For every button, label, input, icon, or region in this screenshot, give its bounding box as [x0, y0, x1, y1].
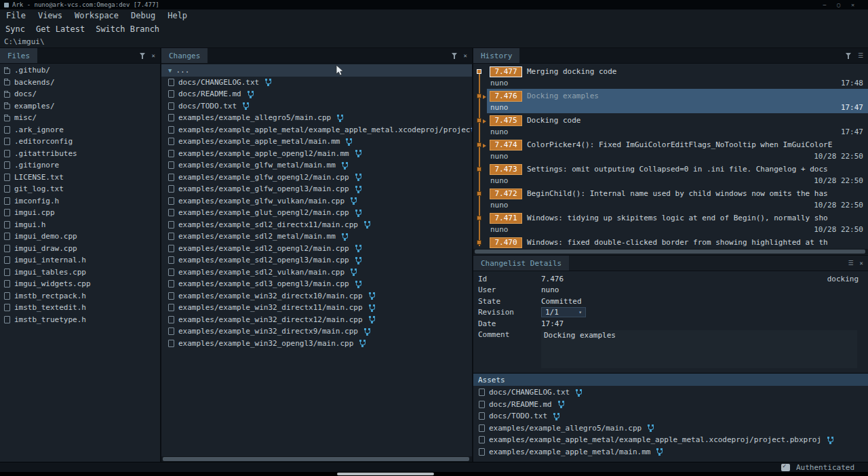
- menu-item[interactable]: Debug: [125, 11, 161, 20]
- changed-file-row[interactable]: examples/example_sdl2_metal/main.mm: [161, 231, 472, 243]
- comment-box[interactable]: Docking examples: [541, 330, 857, 368]
- menu-item[interactable]: Workspace: [68, 11, 125, 20]
- changed-file-path: examples/example_win32_opengl3/main.cpp: [178, 339, 353, 348]
- toolbar-button[interactable]: Get Latest: [31, 24, 90, 34]
- filter-icon[interactable]: [452, 52, 458, 59]
- file-tree-item[interactable]: backends/: [0, 77, 160, 89]
- changed-file-row[interactable]: examples/example_win32_directx12/main.cp…: [161, 314, 472, 326]
- changeset-badge: 7.472: [490, 189, 522, 199]
- changed-file-row[interactable]: examples/example_apple_metal/main.mm: [161, 136, 472, 148]
- menu-item[interactable]: File: [0, 11, 32, 20]
- menu-icon[interactable]: ☰: [858, 52, 863, 59]
- history-entry[interactable]: 7.472 BeginChild(): Internal name used b…: [473, 186, 868, 211]
- file-tree-item[interactable]: misc/: [0, 112, 160, 124]
- file-tree-item[interactable]: imgui_internal.h: [0, 254, 160, 266]
- file-tree-item[interactable]: .github/: [0, 64, 160, 77]
- modified-icon: [369, 292, 375, 300]
- asset-row[interactable]: docs/TODO.txt: [473, 410, 868, 422]
- changed-file-row[interactable]: examples/example_win32_directx10/main.cp…: [161, 290, 472, 302]
- history-entry[interactable]: 7.470 Windows: fixed double-clicked bord…: [473, 235, 868, 249]
- file-tree-item[interactable]: git_log.txt: [0, 183, 160, 195]
- filter-icon[interactable]: [846, 52, 852, 59]
- files-panel-tab[interactable]: Files: [0, 48, 37, 63]
- changed-file-row[interactable]: examples/example_sdl2_opengl2/main.cpp: [161, 243, 472, 255]
- file-tree-item[interactable]: examples/: [0, 100, 160, 113]
- asset-row[interactable]: docs/README.md: [473, 399, 868, 411]
- details-panel-tab[interactable]: Changelist Details: [473, 256, 569, 271]
- changed-file-row[interactable]: examples/example_apple_opengl2/main.mm: [161, 148, 472, 160]
- changed-file-row[interactable]: examples/example_glfw_metal/main.mm: [161, 159, 472, 172]
- changed-file-row[interactable]: docs/README.md: [161, 88, 472, 100]
- file-tree-item[interactable]: imgui_tables.cpp: [0, 266, 160, 279]
- changeset-comment: Settings: omit outputing Collapsed=0 in …: [527, 165, 868, 174]
- asset-row[interactable]: examples/example_apple_metal/example_app…: [473, 434, 868, 446]
- file-tree-item[interactable]: .gitattributes: [0, 148, 160, 160]
- filter-icon[interactable]: [140, 52, 146, 59]
- asset-row[interactable]: examples/example_allegro5/main.cpp: [473, 422, 868, 435]
- scrollbar-thumb[interactable]: [163, 457, 469, 461]
- file-tree-item[interactable]: imgui_demo.cpp: [0, 231, 160, 243]
- toolbar-button[interactable]: Sync: [0, 24, 31, 34]
- file-icon: [168, 328, 174, 335]
- file-tree-item[interactable]: imgui.cpp: [0, 207, 160, 219]
- changed-file-row[interactable]: docs/TODO.txt: [161, 100, 472, 113]
- file-tree-item[interactable]: imgui.h: [0, 219, 160, 231]
- file-name: imgui.h: [14, 220, 45, 229]
- file-tree-item[interactable]: imgui_widgets.cpp: [0, 278, 160, 290]
- menu-item[interactable]: Views: [32, 11, 68, 20]
- changed-file-row[interactable]: examples/example_sdl2_opengl3/main.cpp: [161, 254, 472, 266]
- file-icon: [168, 269, 174, 276]
- history-entry[interactable]: 7.473 Settings: omit outputing Collapsed…: [473, 162, 868, 186]
- changed-file-row[interactable]: examples/example_win32_opengl3/main.cpp: [161, 338, 472, 350]
- asset-row[interactable]: examples/example_apple_metal/main.mm: [473, 446, 868, 458]
- file-tree-item[interactable]: .gitignore: [0, 159, 160, 172]
- history-entry[interactable]: 7.475 Docking code nuno 17:47: [473, 113, 868, 138]
- file-tree-item[interactable]: imstb_rectpack.h: [0, 290, 160, 302]
- horizontal-scrollbar[interactable]: [161, 456, 472, 462]
- toolbar-button[interactable]: Switch Branch: [90, 24, 165, 34]
- revision-dropdown[interactable]: 1/1 ▾: [541, 307, 586, 317]
- history-entry[interactable]: 7.477 Merging docking code nuno 17:48: [473, 64, 868, 89]
- changed-file-row[interactable]: examples/example_sdl2_vulkan/main.cpp: [161, 266, 472, 279]
- changes-root-row[interactable]: ▼ ...: [161, 64, 472, 77]
- minimize-button[interactable]: –: [823, 2, 827, 8]
- file-tree-item[interactable]: LICENSE.txt: [0, 172, 160, 184]
- history-panel-tab[interactable]: History: [473, 48, 519, 63]
- horizontal-scrollbar[interactable]: [473, 249, 868, 254]
- close-panel-icon[interactable]: ✕: [464, 52, 467, 59]
- file-tree-item[interactable]: imgui_draw.cpp: [0, 243, 160, 255]
- changed-file-row[interactable]: examples/example_win32_directx9/main.cpp: [161, 325, 472, 338]
- menu-icon[interactable]: ☰: [848, 260, 854, 266]
- asset-row[interactable]: docs/CHANGELOG.txt: [473, 386, 868, 399]
- changed-file-row[interactable]: examples/example_glut_opengl2/main.cpp: [161, 207, 472, 219]
- changed-file-row[interactable]: examples/example_sdl3_opengl3/main.cpp: [161, 278, 472, 290]
- scrollbar-thumb[interactable]: [475, 250, 865, 254]
- file-tree-item[interactable]: imconfig.h: [0, 195, 160, 207]
- changed-file-row[interactable]: examples/example_glfw_vulkan/main.cpp: [161, 195, 472, 207]
- close-panel-icon[interactable]: ✕: [152, 52, 155, 59]
- history-entry[interactable]: 7.474 ColorPicker4(): Fixed ImGuiColorEd…: [473, 138, 868, 162]
- file-tree-item[interactable]: imstb_textedit.h: [0, 302, 160, 314]
- changed-file-row[interactable]: examples/example_sdl2_directx11/main.cpp: [161, 219, 472, 231]
- collapse-arrow-icon[interactable]: ▼: [168, 67, 172, 74]
- assets-header[interactable]: Assets: [473, 374, 868, 386]
- file-icon: [4, 304, 10, 311]
- menu-item[interactable]: Help: [161, 11, 193, 20]
- maximize-button[interactable]: ▢: [837, 2, 840, 8]
- changed-file-row[interactable]: docs/CHANGELOG.txt: [161, 77, 472, 89]
- changed-file-row[interactable]: examples/example_win32_directx11/main.cp…: [161, 302, 472, 314]
- close-panel-icon[interactable]: ✕: [860, 260, 863, 266]
- changes-panel-tab[interactable]: Changes: [161, 48, 208, 63]
- history-entry[interactable]: 7.471 Windows: tidying up skipitems logi…: [473, 211, 868, 235]
- close-button[interactable]: ✕: [851, 2, 854, 8]
- changed-file-row[interactable]: examples/example_glfw_opengl3/main.cpp: [161, 183, 472, 195]
- file-tree-item[interactable]: .ark_ignore: [0, 124, 160, 136]
- file-tree-item[interactable]: docs/: [0, 88, 160, 100]
- changed-file-row[interactable]: examples/example_allegro5/main.cpp: [161, 112, 472, 124]
- file-tree-item[interactable]: .editorconfig: [0, 136, 160, 148]
- changed-file-row[interactable]: examples/example_apple_metal/example_app…: [161, 124, 472, 136]
- file-tree-item[interactable]: imstb_truetype.h: [0, 314, 160, 326]
- history-entry[interactable]: 7.476 Docking examples nuno 17:47: [473, 89, 868, 113]
- revision-value: 1/1: [545, 308, 559, 317]
- changed-file-row[interactable]: examples/example_glfw_opengl2/main.cpp: [161, 172, 472, 184]
